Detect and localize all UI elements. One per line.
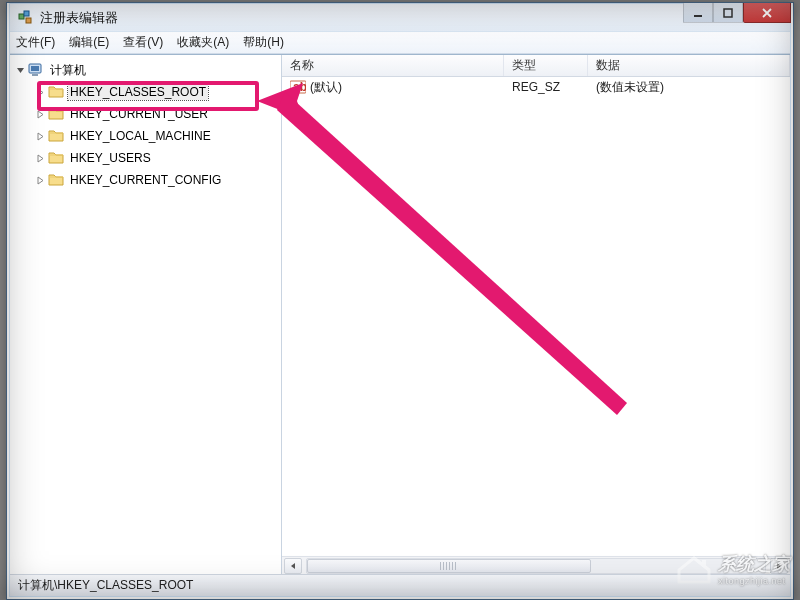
status-bar: 计算机\HKEY_CLASSES_ROOT (10, 574, 790, 596)
tree-node-label: HKEY_CLASSES_ROOT (68, 84, 208, 100)
computer-icon (28, 62, 44, 78)
value-list[interactable]: ab(默认)REG_SZ(数值未设置) (282, 77, 790, 556)
string-value-icon: ab (290, 79, 306, 95)
menu-view[interactable]: 查看(V) (123, 34, 163, 51)
expand-icon[interactable] (34, 152, 46, 164)
menu-bar: 文件(F) 编辑(E) 查看(V) 收藏夹(A) 帮助(H) (10, 32, 790, 54)
folder-icon (48, 150, 64, 166)
folder-icon (48, 172, 64, 188)
app-icon (18, 10, 34, 26)
status-path: 计算机\HKEY_CLASSES_ROOT (18, 577, 193, 594)
svg-rect-2 (26, 18, 31, 23)
tree-root-label: 计算机 (48, 61, 88, 80)
scroll-right-button[interactable] (770, 558, 788, 574)
list-pane: 名称 类型 数据 ab(默认)REG_SZ(数值未设置) (282, 55, 790, 574)
scroll-thumb[interactable] (307, 559, 591, 573)
svg-rect-7 (32, 74, 38, 76)
scroll-grip-icon (440, 562, 458, 570)
menu-help[interactable]: 帮助(H) (243, 34, 284, 51)
svg-rect-1 (24, 11, 29, 16)
value-data: (数值未设置) (588, 79, 790, 96)
scroll-left-button[interactable] (284, 558, 302, 574)
svg-text:ab: ab (293, 80, 306, 94)
list-row[interactable]: ab(默认)REG_SZ(数值未设置) (282, 77, 790, 97)
tree-node-label: HKEY_CURRENT_USER (68, 106, 210, 122)
scroll-track[interactable] (306, 558, 766, 574)
registry-tree: 计算机 HKEY_CLASSES_ROOTHKEY_CURRENT_USERHK… (10, 59, 281, 191)
tree-node[interactable]: HKEY_CLASSES_ROOT (10, 81, 281, 103)
value-name: (默认) (310, 79, 342, 96)
value-name-cell: ab(默认) (282, 79, 504, 96)
menu-favorites[interactable]: 收藏夹(A) (177, 34, 229, 51)
title-bar[interactable]: 注册表编辑器 (10, 4, 790, 32)
tree-root[interactable]: 计算机 (10, 59, 281, 81)
expand-icon[interactable] (34, 174, 46, 186)
svg-rect-4 (724, 9, 732, 17)
folder-icon (48, 84, 64, 100)
svg-rect-3 (694, 15, 702, 17)
expand-icon[interactable] (34, 130, 46, 142)
menu-file[interactable]: 文件(F) (16, 34, 55, 51)
tree-node-label: HKEY_CURRENT_CONFIG (68, 172, 223, 188)
maximize-button[interactable] (713, 3, 743, 23)
column-headers: 名称 类型 数据 (282, 55, 790, 77)
close-button[interactable] (743, 3, 791, 23)
tree-node[interactable]: HKEY_CURRENT_CONFIG (10, 169, 281, 191)
tree-node[interactable]: HKEY_USERS (10, 147, 281, 169)
client-area: 计算机 HKEY_CLASSES_ROOTHKEY_CURRENT_USERHK… (10, 54, 790, 574)
tree-node[interactable]: HKEY_LOCAL_MACHINE (10, 125, 281, 147)
expand-icon[interactable] (14, 64, 26, 76)
window-title: 注册表编辑器 (40, 9, 118, 27)
menu-edit[interactable]: 编辑(E) (69, 34, 109, 51)
horizontal-scrollbar[interactable] (282, 556, 790, 574)
column-type[interactable]: 类型 (504, 55, 588, 76)
tree-node-label: HKEY_LOCAL_MACHINE (68, 128, 213, 144)
window-inner: 注册表编辑器 文件(F) 编辑(E) 查看(V) 收藏夹(A) 帮助(H) (9, 3, 791, 597)
folder-icon (48, 128, 64, 144)
expand-icon[interactable] (34, 108, 46, 120)
column-data[interactable]: 数据 (588, 55, 790, 76)
tree-node[interactable]: HKEY_CURRENT_USER (10, 103, 281, 125)
expand-icon[interactable] (34, 86, 46, 98)
tree-node-label: HKEY_USERS (68, 150, 153, 166)
minimize-button[interactable] (683, 3, 713, 23)
folder-icon (48, 106, 64, 122)
value-type: REG_SZ (504, 80, 588, 94)
tree-pane[interactable]: 计算机 HKEY_CLASSES_ROOTHKEY_CURRENT_USERHK… (10, 55, 282, 574)
svg-rect-6 (31, 66, 39, 71)
window-buttons (683, 3, 791, 23)
window-frame: 注册表编辑器 文件(F) 编辑(E) 查看(V) 收藏夹(A) 帮助(H) (6, 2, 794, 600)
column-name[interactable]: 名称 (282, 55, 504, 76)
svg-rect-0 (19, 14, 24, 19)
